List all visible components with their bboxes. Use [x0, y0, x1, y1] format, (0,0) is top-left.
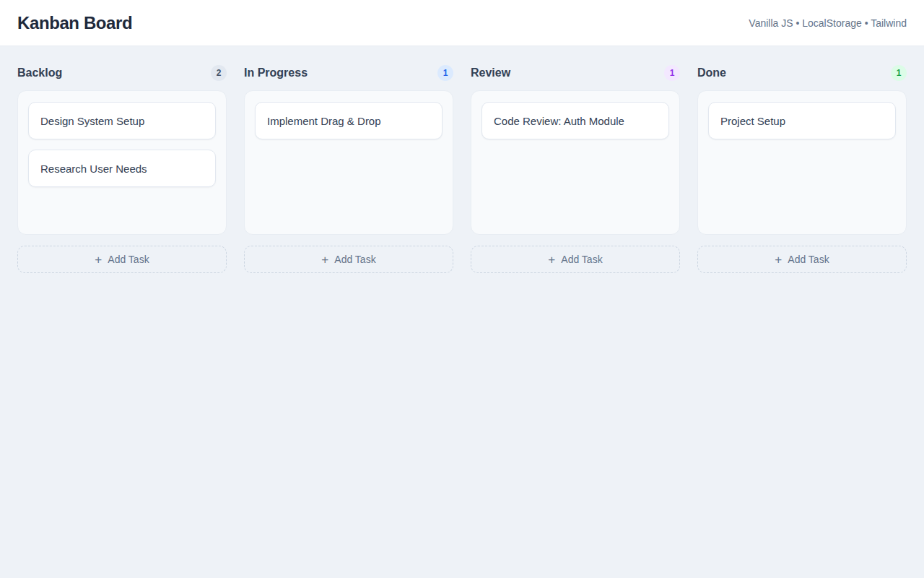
- task-card[interactable]: Research User Needs: [28, 150, 216, 187]
- add-task-label: Add Task: [788, 254, 829, 265]
- app-header: Kanban Board Vanilla JS • LocalStorage •…: [0, 0, 924, 46]
- task-title: Research User Needs: [40, 163, 147, 175]
- task-card[interactable]: Design System Setup: [28, 102, 216, 139]
- kanban-board: Backlog 2 Design System Setup Research U…: [0, 46, 924, 290]
- task-count-badge: 1: [664, 65, 680, 81]
- task-card[interactable]: Code Review: Auth Module: [481, 102, 669, 139]
- task-card[interactable]: Project Setup: [708, 102, 896, 139]
- plus-icon: +: [321, 254, 328, 266]
- task-title: Project Setup: [720, 115, 785, 127]
- add-task-label: Add Task: [334, 254, 375, 265]
- add-task-button-backlog[interactable]: + Add Task: [17, 246, 227, 273]
- add-task-label: Add Task: [108, 254, 149, 265]
- column-header: In Progress 1: [244, 65, 453, 81]
- column-review-dropzone[interactable]: Code Review: Auth Module: [471, 90, 680, 235]
- plus-icon: +: [95, 254, 102, 266]
- column-done: Done 1 Project Setup + Add Task: [697, 65, 907, 273]
- plus-icon: +: [775, 254, 782, 266]
- column-title: Backlog: [17, 66, 62, 79]
- column-done-dropzone[interactable]: Project Setup: [697, 90, 907, 235]
- column-title: Done: [697, 66, 726, 79]
- column-header: Done 1: [697, 65, 907, 81]
- task-count-badge: 1: [437, 65, 453, 81]
- column-backlog-dropzone[interactable]: Design System Setup Research User Needs: [17, 90, 227, 235]
- add-task-label: Add Task: [561, 254, 602, 265]
- column-header: Review 1: [471, 65, 680, 81]
- task-count-badge: 1: [891, 65, 907, 81]
- add-task-button-review[interactable]: + Add Task: [471, 246, 680, 273]
- tech-stack-subtitle: Vanilla JS • LocalStorage • Tailwind: [749, 17, 907, 29]
- column-in-progress-dropzone[interactable]: Implement Drag & Drop: [244, 90, 453, 235]
- task-card[interactable]: Implement Drag & Drop: [255, 102, 443, 139]
- column-in-progress: In Progress 1 Implement Drag & Drop + Ad…: [244, 65, 453, 273]
- column-review: Review 1 Code Review: Auth Module + Add …: [471, 65, 680, 273]
- column-title: In Progress: [244, 66, 308, 79]
- task-title: Code Review: Auth Module: [494, 115, 624, 127]
- task-title: Design System Setup: [40, 115, 144, 127]
- column-header: Backlog 2: [17, 65, 227, 81]
- page-title: Kanban Board: [17, 13, 132, 33]
- column-title: Review: [471, 66, 510, 79]
- task-title: Implement Drag & Drop: [267, 115, 381, 127]
- plus-icon: +: [548, 254, 555, 266]
- add-task-button-in-progress[interactable]: + Add Task: [244, 246, 453, 273]
- add-task-button-done[interactable]: + Add Task: [697, 246, 907, 273]
- column-backlog: Backlog 2 Design System Setup Research U…: [17, 65, 227, 273]
- task-count-badge: 2: [211, 65, 227, 81]
